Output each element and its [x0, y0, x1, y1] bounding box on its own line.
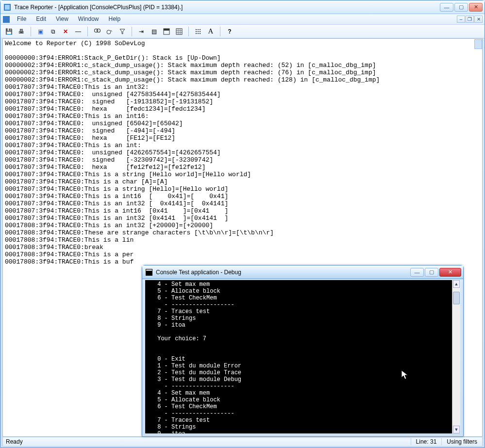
svg-point-10: [200, 29, 201, 30]
menu-window[interactable]: Window: [73, 14, 104, 24]
header1-icon[interactable]: ▤: [149, 26, 159, 37]
filter1-icon[interactable]: [104, 26, 115, 37]
svg-point-9: [198, 29, 199, 30]
scroll-up-icon[interactable]: ▲: [453, 280, 460, 288]
header3-icon[interactable]: [174, 26, 184, 37]
svg-point-15: [198, 33, 199, 34]
svg-point-11: [196, 31, 197, 32]
help-icon[interactable]: ?: [224, 26, 235, 37]
svg-point-16: [200, 33, 201, 34]
svg-rect-7: [176, 29, 182, 34]
console-icon: [145, 268, 153, 276]
window-title: Trace Reporter - [Application [ConsoleCP…: [14, 4, 440, 11]
console-maximize[interactable]: ▢: [425, 268, 438, 277]
scroll-down-icon[interactable]: ▼: [453, 426, 460, 433]
close-button[interactable]: ✕: [469, 3, 483, 12]
console-output[interactable]: 4 - Set max mem 5 - Allocate block 6 - T…: [145, 280, 460, 433]
mdi-close[interactable]: ✕: [474, 16, 483, 23]
options-icon[interactable]: [193, 26, 203, 37]
find-icon[interactable]: [92, 26, 102, 37]
svg-point-3: [97, 29, 100, 32]
anchor-icon[interactable]: ⇥: [136, 26, 147, 37]
app-icon: [3, 3, 11, 11]
delete-icon[interactable]: ✕: [60, 26, 71, 37]
status-filters: Using filters: [441, 438, 482, 445]
menu-view[interactable]: View: [51, 14, 73, 24]
console-titlebar[interactable]: Console Test application - Debug — ▢ ✕: [142, 265, 463, 279]
svg-point-12: [198, 31, 199, 32]
svg-point-4: [107, 30, 111, 34]
statusbar: Ready Line: 31 Using filters: [2, 437, 483, 447]
svg-rect-1: [3, 16, 10, 23]
maximize-button[interactable]: ▢: [454, 3, 468, 12]
header2-icon[interactable]: [161, 26, 172, 37]
delete-all-icon[interactable]: —: [73, 26, 84, 37]
svg-point-13: [200, 31, 201, 32]
copy-icon[interactable]: ⧉: [48, 26, 58, 37]
mdi-icon: [2, 16, 10, 23]
status-ready: Ready: [3, 438, 411, 445]
console-minimize[interactable]: —: [410, 268, 424, 277]
svg-rect-18: [146, 269, 152, 271]
console-vscroll[interactable]: ▲ ▼: [452, 280, 460, 433]
save-icon[interactable]: 💾: [3, 26, 14, 37]
svg-rect-6: [164, 29, 169, 31]
print-icon[interactable]: 🖶: [16, 26, 27, 37]
vscroll-thumb[interactable]: [474, 39, 482, 49]
toolbar: 💾 🖶 ▣ ⧉ ✕ — ⇥ ▤ A ?: [0, 25, 485, 38]
svg-point-14: [196, 33, 197, 34]
filter2-icon[interactable]: [117, 26, 128, 37]
menu-file[interactable]: File: [12, 14, 31, 24]
status-line: Line: 31: [411, 438, 442, 445]
console-thumb[interactable]: [453, 292, 460, 304]
mdi-restore[interactable]: ❐: [466, 16, 474, 23]
console-window: Console Test application - Debug — ▢ ✕ 4…: [142, 265, 464, 437]
console-close[interactable]: ✕: [439, 268, 461, 277]
mdi-minimize[interactable]: –: [457, 16, 465, 23]
menubar: File Edit View Window Help – ❐ ✕: [0, 14, 485, 25]
menu-help[interactable]: Help: [104, 14, 126, 24]
minimize-button[interactable]: —: [440, 3, 453, 12]
font-icon[interactable]: A: [205, 26, 216, 37]
console-title: Console Test application - Debug: [156, 269, 410, 276]
capture-icon[interactable]: ▣: [35, 26, 46, 37]
svg-point-8: [196, 29, 197, 30]
menu-edit[interactable]: Edit: [31, 14, 51, 24]
titlebar[interactable]: Trace Reporter - [Application [ConsoleCP…: [0, 0, 485, 14]
